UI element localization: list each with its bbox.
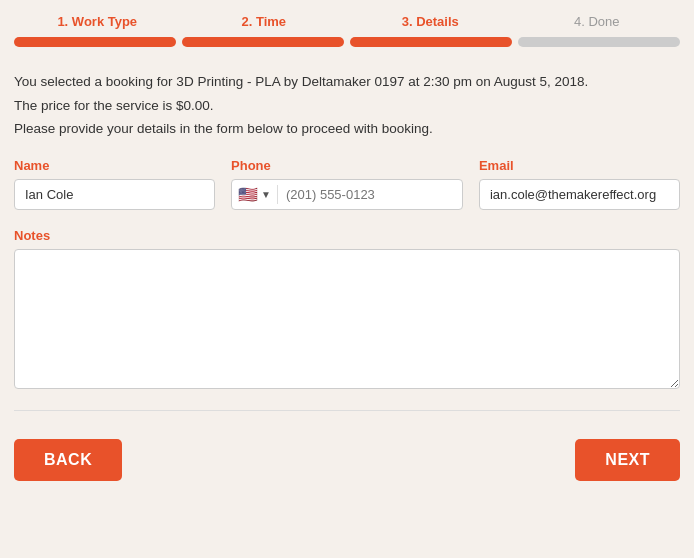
booking-line-2: The price for the service is $0.00. — [14, 95, 680, 117]
divider — [14, 410, 680, 411]
progress-bars — [14, 37, 680, 47]
chevron-down-icon: ▼ — [261, 189, 271, 200]
name-input[interactable] — [14, 179, 215, 210]
step-2-label: 2. Time — [181, 14, 348, 29]
phone-field-group: Phone 🇺🇸 ▼ — [231, 158, 463, 210]
email-label: Email — [479, 158, 680, 173]
email-input[interactable] — [479, 179, 680, 210]
name-label: Name — [14, 158, 215, 173]
booking-line-1: You selected a booking for 3D Printing -… — [14, 71, 680, 93]
main-content: You selected a booking for 3D Printing -… — [0, 61, 694, 439]
phone-flag-selector[interactable]: 🇺🇸 ▼ — [232, 185, 278, 204]
notes-label: Notes — [14, 228, 680, 243]
email-field-group: Email — [479, 158, 680, 210]
bar-2 — [182, 37, 344, 47]
button-row: BACK NEXT — [0, 439, 694, 481]
progress-section: 1. Work Type 2. Time 3. Details 4. Done — [0, 0, 694, 47]
booking-info: You selected a booking for 3D Printing -… — [14, 71, 680, 140]
step-4-label: 4. Done — [514, 14, 681, 29]
bar-4 — [518, 37, 680, 47]
phone-wrapper: 🇺🇸 ▼ — [231, 179, 463, 210]
step-1-label: 1. Work Type — [14, 14, 181, 29]
name-field-group: Name — [14, 158, 215, 210]
next-button[interactable]: NEXT — [575, 439, 680, 481]
booking-line-3: Please provide your details in the form … — [14, 118, 680, 140]
fields-row: Name Phone 🇺🇸 ▼ Email — [14, 158, 680, 210]
notes-section: Notes — [14, 228, 680, 392]
bar-1 — [14, 37, 176, 47]
phone-input[interactable] — [278, 180, 462, 209]
phone-label: Phone — [231, 158, 463, 173]
flag-icon: 🇺🇸 — [238, 185, 258, 204]
bar-3 — [350, 37, 512, 47]
steps-row: 1. Work Type 2. Time 3. Details 4. Done — [14, 14, 680, 29]
notes-textarea[interactable] — [14, 249, 680, 389]
step-3-label: 3. Details — [347, 14, 514, 29]
back-button[interactable]: BACK — [14, 439, 122, 481]
